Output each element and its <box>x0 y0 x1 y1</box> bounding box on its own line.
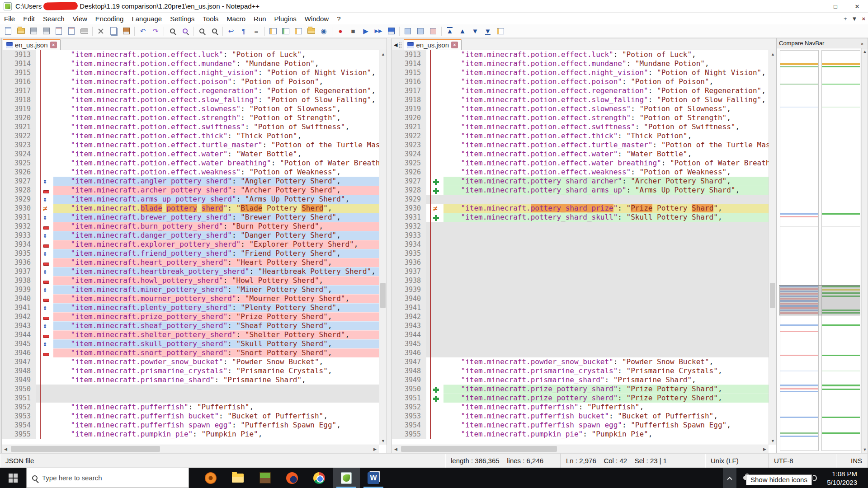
code-line[interactable]: 3921 "item.minecraft.potion.effect.swift… <box>392 122 769 131</box>
code-line[interactable]: 3915 "item.minecraft.potion.effect.night… <box>2 68 379 77</box>
menu-window[interactable]: Window <box>301 14 333 24</box>
code-line[interactable]: 3932 "item.minecraft.burn_pottery_sherd"… <box>2 222 379 231</box>
maximize-button[interactable]: □ <box>825 0 846 13</box>
code-line[interactable]: 3934 "item.minecraft.explorer_pottery_sh… <box>2 240 379 249</box>
tab-bar-grip[interactable] <box>399 42 402 48</box>
menu-search[interactable]: Search <box>39 14 69 24</box>
code-line[interactable]: 3950 <box>2 385 379 394</box>
right-horizontal-scrollbar[interactable]: ◀ ▶ <box>392 445 769 453</box>
previous-diff-button[interactable]: ▲ <box>457 26 468 37</box>
scroll-right-icon[interactable]: ▶ <box>371 445 379 453</box>
scroll-up-icon[interactable]: ▲ <box>862 48 868 55</box>
cut-button[interactable] <box>95 26 107 37</box>
minimap-left-column[interactable] <box>780 50 819 451</box>
code-line[interactable]: 3941⇕ "item.minecraft.plenty_pottery_she… <box>2 303 379 312</box>
document-map-button[interactable] <box>280 26 292 37</box>
close-button[interactable] <box>53 26 65 37</box>
code-line[interactable]: 3936 <box>392 258 769 267</box>
code-line[interactable]: 3954 "item.minecraft.pufferfish_spawn_eg… <box>392 421 769 430</box>
code-line[interactable]: 3947 "item.minecraft.powder_snow_bucket"… <box>392 357 769 366</box>
code-line[interactable]: 3925 "item.minecraft.potion.effect.water… <box>2 159 379 168</box>
code-line[interactable]: 3924 "item.minecraft.potion.effect.water… <box>392 150 769 159</box>
status-encoding[interactable]: UTF-8 <box>769 454 836 468</box>
flower-taskbar-button[interactable] <box>197 468 224 488</box>
code-line[interactable]: 3945 <box>392 339 769 348</box>
code-line[interactable]: 3929⇕ "item.minecraft.arms_up_pottery_sh… <box>2 195 379 204</box>
clear-compare-button[interactable] <box>427 26 439 37</box>
code-line[interactable]: 3951 "item.minecraft.prize_pottery_sherd… <box>392 394 769 403</box>
left-vscroll-thumb[interactable] <box>380 283 386 308</box>
code-line[interactable]: 3935 <box>392 249 769 258</box>
folder-as-workspace-button[interactable] <box>305 26 317 37</box>
code-line[interactable]: 3949 "item.minecraft.prismarine_shard": … <box>392 375 769 385</box>
tab-close-icon[interactable]: × <box>50 42 57 48</box>
menu-settings[interactable]: Settings <box>166 14 198 24</box>
code-line[interactable]: 3914 "item.minecraft.potion.effect.munda… <box>2 59 379 68</box>
menu-encoding[interactable]: Encoding <box>91 14 128 24</box>
code-line[interactable]: 3937⇕ "item.minecraft.heartbreak_pottery… <box>2 267 379 276</box>
replace-button[interactable] <box>179 26 191 37</box>
code-line[interactable]: 3922 "item.minecraft.potion.effect.thick… <box>2 131 379 141</box>
new-file-button[interactable] <box>2 26 14 37</box>
menu-tools[interactable]: Tools <box>198 14 222 24</box>
code-line[interactable]: 3916 "item.minecraft.potion.effect.poiso… <box>392 77 769 86</box>
right-vscroll-thumb[interactable] <box>770 283 775 308</box>
menu-edit[interactable]: Edit <box>19 14 39 24</box>
function-list-button[interactable] <box>267 26 279 37</box>
playback-macro-button[interactable]: ▶ <box>360 26 372 37</box>
code-line[interactable]: 3916 "item.minecraft.potion.effect.poiso… <box>2 77 379 86</box>
status-insert-mode[interactable]: INS <box>836 454 868 468</box>
code-line[interactable]: 3919 "item.minecraft.potion.effect.slown… <box>2 104 379 113</box>
code-line[interactable]: 3942 "item.minecraft.prize_pottery_sherd… <box>2 312 379 321</box>
menu-run[interactable]: Run <box>250 14 270 24</box>
code-line[interactable]: 3928 "item.minecraft.pottery_shard_arms_… <box>392 186 769 195</box>
close-tab-icon[interactable]: × <box>862 15 865 22</box>
code-line[interactable]: 3924 "item.minecraft.potion.effect.water… <box>2 150 379 159</box>
code-line[interactable]: 3954 "item.minecraft.pufferfish_spawn_eg… <box>2 421 379 430</box>
code-line[interactable]: 3918 "item.minecraft.potion.effect.slow_… <box>2 95 379 104</box>
navbar-close-icon[interactable]: × <box>859 40 866 47</box>
code-line[interactable]: 3933 <box>392 231 769 240</box>
code-line[interactable]: 3933⇕ "item.minecraft.danger_pottery_she… <box>2 231 379 240</box>
first-diff-button[interactable]: ▲ <box>444 26 456 37</box>
code-line[interactable]: 3925 "item.minecraft.potion.effect.water… <box>392 159 769 168</box>
scroll-down-icon[interactable]: ▼ <box>769 437 777 445</box>
code-line[interactable]: 3937 <box>392 267 769 276</box>
minimap-viewport-indicator[interactable] <box>779 285 860 315</box>
menu-macro[interactable]: Macro <box>222 14 250 24</box>
file-monitoring-button[interactable]: ◉ <box>318 26 330 37</box>
chrome-taskbar-button[interactable] <box>306 468 333 488</box>
code-line[interactable]: 3938 <box>392 276 769 285</box>
navbar-scrollbar[interactable]: ▲ ▼ <box>861 48 868 453</box>
code-line[interactable]: 3946 <box>392 348 769 357</box>
last-diff-button[interactable]: ▼ <box>482 26 494 37</box>
close-all-button[interactable] <box>66 26 77 37</box>
open-file-button[interactable] <box>15 26 27 37</box>
code-line[interactable]: 3948 "item.minecraft.prismarine_crystals… <box>2 366 379 375</box>
code-line[interactable]: 3939⇕ "item.minecraft.miner_pottery_sher… <box>2 285 379 294</box>
compare-options-button[interactable] <box>495 26 506 37</box>
code-line[interactable]: 3952 "item.minecraft.pufferfish": "Puffe… <box>392 403 769 412</box>
scroll-left-icon[interactable]: ◀ <box>2 445 9 453</box>
code-line[interactable]: 3926 "item.minecraft.potion.effect.weakn… <box>392 168 769 177</box>
save-macro-button[interactable] <box>385 26 397 37</box>
code-line[interactable]: 3928 "item.minecraft.archer_pottery_sher… <box>2 186 379 195</box>
menu-file[interactable]: File <box>0 14 19 24</box>
code-line[interactable]: 3920 "item.minecraft.potion.effect.stren… <box>2 113 379 122</box>
code-line[interactable]: 3914 "item.minecraft.potion.effect.munda… <box>392 59 769 68</box>
code-line[interactable]: 3923 "item.minecraft.potion.effect.turtl… <box>2 141 379 150</box>
redo-button[interactable]: ↷ <box>150 26 161 37</box>
scroll-down-icon[interactable]: ▼ <box>379 437 387 445</box>
code-line[interactable]: 3938 "item.minecraft.howl_pottery_sherd"… <box>2 276 379 285</box>
left-vertical-scrollbar[interactable]: ▲ ▼ <box>379 50 387 445</box>
left-code-area[interactable]: 3913 "item.minecraft.potion.effect.luck"… <box>2 50 379 445</box>
code-line[interactable]: 3940 "item.minecraft.mourner_pottery_she… <box>2 294 379 303</box>
paste-button[interactable] <box>120 26 132 37</box>
file-explorer-taskbar-button[interactable] <box>224 468 251 488</box>
set-first-to-compare-button[interactable] <box>402 26 414 37</box>
code-line[interactable]: 3930≠ "item.minecraft.pottery_shard_priz… <box>392 204 769 213</box>
new-tab-icon[interactable]: + <box>844 15 847 22</box>
taskbar-search-box[interactable]: Type here to search <box>26 468 189 488</box>
code-line[interactable]: 3919 "item.minecraft.potion.effect.slown… <box>392 104 769 113</box>
code-line[interactable]: 3923 "item.minecraft.potion.effect.turtl… <box>392 141 769 150</box>
